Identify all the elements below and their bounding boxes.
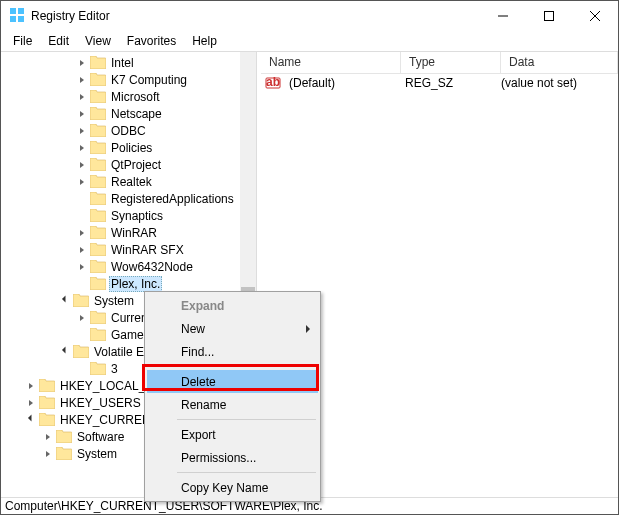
tree-item[interactable]: Realtek: [1, 173, 256, 190]
expander-icon[interactable]: [59, 295, 71, 307]
context-find[interactable]: Find...: [147, 340, 318, 363]
expander-icon[interactable]: [76, 261, 88, 273]
expander-icon[interactable]: [42, 448, 54, 460]
menu-favorites[interactable]: Favorites: [119, 32, 184, 50]
folder-icon: [73, 294, 89, 307]
window-title: Registry Editor: [31, 9, 110, 23]
tree-item[interactable]: WinRAR SFX: [1, 241, 256, 258]
expander-icon[interactable]: [76, 91, 88, 103]
expander-icon[interactable]: [76, 125, 88, 137]
folder-icon: [56, 447, 72, 460]
tree-item[interactable]: WinRAR: [1, 224, 256, 241]
tree-item[interactable]: K7 Computing: [1, 71, 256, 88]
column-type[interactable]: Type: [401, 52, 501, 73]
context-copy-key-name[interactable]: Copy Key Name: [147, 476, 318, 499]
minimize-button[interactable]: [480, 1, 526, 31]
expander-none: [76, 329, 88, 341]
svg-rect-1: [18, 8, 24, 14]
context-delete[interactable]: Delete: [147, 370, 318, 393]
list-row[interactable]: ab (Default) REG_SZ (value not set): [261, 74, 618, 92]
menu-file[interactable]: File: [5, 32, 40, 50]
context-export[interactable]: Export: [147, 423, 318, 446]
app-icon: [9, 7, 25, 26]
expander-icon[interactable]: [42, 431, 54, 443]
tree-label: Wow6432Node: [109, 260, 195, 274]
expander-icon[interactable]: [76, 244, 88, 256]
maximize-button[interactable]: [526, 1, 572, 31]
tree-item[interactable]: Wow6432Node: [1, 258, 256, 275]
folder-icon: [90, 311, 106, 324]
folder-icon: [90, 362, 106, 375]
tree-label: RegisteredApplications: [109, 192, 236, 206]
expander-icon[interactable]: [25, 414, 37, 426]
folder-icon: [90, 73, 106, 86]
folder-icon: [90, 192, 106, 205]
folder-icon: [90, 107, 106, 120]
tree-label: WinRAR: [109, 226, 159, 240]
tree-item[interactable]: Microsoft: [1, 88, 256, 105]
tree-label: HKEY_USERS: [58, 396, 143, 410]
tree-label: Netscape: [109, 107, 164, 121]
expander-icon[interactable]: [76, 57, 88, 69]
folder-icon: [90, 141, 106, 154]
string-value-icon: ab: [265, 75, 281, 91]
expander-icon[interactable]: [76, 108, 88, 120]
expander-icon[interactable]: [76, 176, 88, 188]
expander-none: [76, 278, 88, 290]
tree-item[interactable]: Netscape: [1, 105, 256, 122]
folder-icon: [39, 379, 55, 392]
tree-item[interactable]: Policies: [1, 139, 256, 156]
context-expand[interactable]: Expand: [147, 294, 318, 317]
expander-icon[interactable]: [59, 346, 71, 358]
tree-item[interactable]: Intel: [1, 54, 256, 71]
expander-icon[interactable]: [25, 397, 37, 409]
expander-icon[interactable]: [76, 159, 88, 171]
menu-help[interactable]: Help: [184, 32, 225, 50]
menu-separator: [177, 419, 316, 420]
folder-icon: [39, 396, 55, 409]
tree-label: ODBC: [109, 124, 148, 138]
expander-icon[interactable]: [76, 227, 88, 239]
folder-icon: [90, 158, 106, 171]
tree-label: System: [75, 447, 119, 461]
tree-label: Software: [75, 430, 126, 444]
svg-rect-0: [10, 8, 16, 14]
tree-item[interactable]: ODBC: [1, 122, 256, 139]
context-permissions[interactable]: Permissions...: [147, 446, 318, 469]
close-button[interactable]: [572, 1, 618, 31]
svg-rect-5: [545, 12, 554, 21]
value-data: (value not set): [497, 76, 581, 90]
expander-icon[interactable]: [76, 142, 88, 154]
tree-item[interactable]: QtProject: [1, 156, 256, 173]
context-rename[interactable]: Rename: [147, 393, 318, 416]
expander-icon[interactable]: [76, 312, 88, 324]
folder-icon: [90, 243, 106, 256]
folder-icon: [90, 124, 106, 137]
column-name[interactable]: Name: [261, 52, 401, 73]
expander-none: [76, 363, 88, 375]
menu-view[interactable]: View: [77, 32, 119, 50]
folder-icon: [73, 345, 89, 358]
context-new[interactable]: New: [147, 317, 318, 340]
folder-icon: [90, 328, 106, 341]
folder-icon: [39, 413, 55, 426]
folder-icon: [90, 260, 106, 273]
folder-icon: [56, 430, 72, 443]
svg-rect-3: [18, 16, 24, 22]
tree-item[interactable]: Plex, Inc.: [1, 275, 256, 292]
expander-none: [76, 210, 88, 222]
folder-icon: [90, 209, 106, 222]
tree-item[interactable]: RegisteredApplications: [1, 190, 256, 207]
value-type: REG_SZ: [401, 76, 497, 90]
menu-edit[interactable]: Edit: [40, 32, 77, 50]
folder-icon: [90, 56, 106, 69]
tree-item[interactable]: Synaptics: [1, 207, 256, 224]
column-data[interactable]: Data: [501, 52, 618, 73]
tree-label: Microsoft: [109, 90, 162, 104]
expander-icon[interactable]: [25, 380, 37, 392]
tree-label: 3: [109, 362, 120, 376]
tree-label: Policies: [109, 141, 154, 155]
expander-icon[interactable]: [76, 74, 88, 86]
tree-label: Synaptics: [109, 209, 165, 223]
svg-rect-2: [10, 16, 16, 22]
